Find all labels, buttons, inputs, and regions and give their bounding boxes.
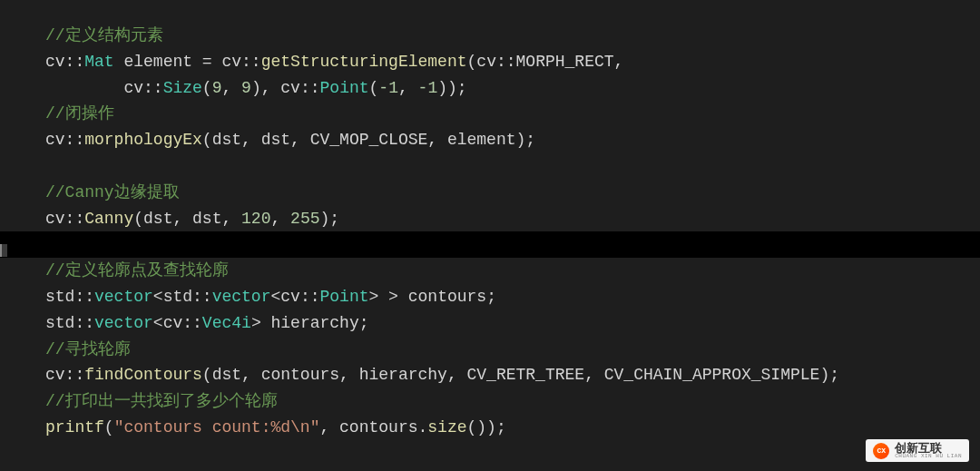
code-line: cv::findContours(dst, contours, hierarch… — [45, 362, 980, 388]
code-token: ); — [319, 210, 339, 228]
code-token: cv — [476, 53, 496, 71]
code-token: :: — [300, 79, 320, 97]
code-line: //定义轮廓点及查找轮廓 — [45, 258, 980, 284]
code-line: //打印出一共找到了多少个轮廓 — [45, 388, 980, 415]
code-token: -1 — [418, 79, 438, 97]
code-token: > hierarchy; — [251, 314, 369, 332]
code-line: cv::morphologyEx(dst, dst, CV_MOP_CLOSE,… — [45, 127, 980, 153]
code-token: , — [221, 79, 241, 97]
watermark-en: CHUANG XIN HU LIAN — [895, 454, 962, 459]
code-token: cv — [45, 210, 65, 228]
code-token: MORPH_RECT — [516, 53, 614, 71]
code-token: :: — [74, 314, 94, 332]
code-token: morphologyEx — [84, 131, 202, 149]
code-token: //Canny边缘提取 — [45, 183, 180, 201]
code-token: -1 — [378, 79, 398, 97]
code-line — [0, 231, 980, 258]
code-token: (dst, dst, — [202, 131, 310, 149]
code-token: :: — [241, 53, 261, 71]
code-token: :: — [182, 314, 202, 332]
code-token: cv — [45, 53, 65, 71]
code-token: :: — [65, 366, 85, 384]
code-token: :: — [65, 131, 85, 149]
code-token: ()); — [467, 418, 506, 437]
code-token: CV_RETR_TREE — [467, 366, 585, 384]
code-token: //寻找轮廓 — [45, 340, 131, 358]
code-token: std — [45, 288, 74, 306]
code-token: (dst, dst, — [133, 210, 241, 228]
code-token: size — [427, 418, 466, 437]
code-token: = — [202, 53, 212, 71]
code-token: //定义轮廓点及查找轮廓 — [45, 261, 229, 280]
code-token: Mat — [84, 53, 113, 71]
code-token: :: — [65, 210, 85, 228]
code-token: Point — [320, 288, 369, 306]
code-token: std — [45, 314, 74, 332]
code-token: cv — [123, 79, 143, 97]
code-line: //闭操作 — [45, 101, 980, 127]
code-token: std — [163, 288, 192, 306]
code-token: element — [114, 53, 202, 71]
code-line: std::vector<cv::Vec4i> hierarchy; — [45, 310, 980, 337]
code-token: , contours. — [319, 418, 427, 437]
code-token: ), — [251, 79, 280, 97]
code-token: :: — [65, 53, 85, 71]
code-token: cv — [163, 314, 183, 332]
code-token: )); — [437, 79, 466, 97]
code-token: vector — [94, 288, 153, 306]
code-line: std::vector<std::vector<cv::Point> > con… — [45, 284, 980, 310]
code-line: printf("contours count:%d\n", contours.s… — [45, 415, 980, 441]
code-line: //Canny边缘提取 — [45, 180, 980, 206]
code-token: cv — [212, 53, 241, 71]
code-line: cv::Canny(dst, dst, 120, 255); — [45, 206, 980, 232]
code-token: CV_CHAIN_APPROX_SIMPLE — [604, 366, 820, 384]
code-token: vector — [94, 314, 153, 332]
code-token: cv — [45, 366, 65, 384]
code-token: "contours count:%d\n" — [114, 418, 320, 437]
code-token: , — [614, 53, 624, 71]
code-token: ( — [369, 79, 379, 97]
code-token: //闭操作 — [45, 104, 114, 123]
code-token: ( — [202, 79, 212, 97]
code-token: , — [270, 210, 290, 228]
code-token: 255 — [290, 210, 319, 228]
code-token: , — [584, 366, 604, 384]
code-token: CV_MOP_CLOSE — [310, 131, 428, 149]
code-token: ); — [819, 366, 839, 384]
code-token: , element); — [427, 131, 535, 149]
code-line: //寻找轮廓 — [45, 337, 980, 363]
code-line: cv::Size(9, 9), cv::Point(-1, -1)); — [45, 75, 980, 102]
code-token: //定义结构元素 — [45, 26, 163, 44]
code-line — [45, 153, 980, 180]
code-token: 120 — [241, 210, 270, 228]
code-token: < — [153, 314, 163, 332]
code-token: vector — [212, 288, 271, 306]
code-token: < — [270, 288, 280, 306]
code-line: //定义结构元素 — [45, 23, 980, 49]
code-token: //打印出一共找到了多少个轮廓 — [45, 392, 278, 410]
gutter-marker — [0, 244, 7, 257]
watermark: 创新互联 CHUANG XIN HU LIAN — [866, 439, 969, 462]
code-token: ( — [467, 53, 477, 71]
code-token: cv — [280, 79, 300, 97]
code-token: :: — [74, 288, 94, 306]
code-token: Vec4i — [202, 314, 251, 332]
code-token: ( — [104, 418, 114, 437]
code-token: :: — [496, 53, 516, 71]
code-token: Point — [320, 79, 369, 97]
code-token: :: — [300, 288, 320, 306]
watermark-text: 创新互联 CHUANG XIN HU LIAN — [895, 442, 962, 459]
code-token: cv — [280, 288, 300, 306]
watermark-logo-icon — [873, 443, 889, 459]
code-token: :: — [143, 79, 163, 97]
code-token: Size — [163, 79, 202, 97]
code-token: 9 — [212, 79, 222, 97]
code-token: Canny — [84, 210, 133, 228]
code-token: > > contours; — [369, 288, 496, 306]
code-token: 9 — [241, 79, 251, 97]
code-token: findContours — [84, 366, 202, 384]
code-line: cv::Mat element = cv::getStructuringElem… — [45, 49, 980, 75]
code-token: printf — [45, 418, 104, 437]
code-token: , — [398, 79, 418, 97]
code-token: :: — [192, 288, 212, 306]
